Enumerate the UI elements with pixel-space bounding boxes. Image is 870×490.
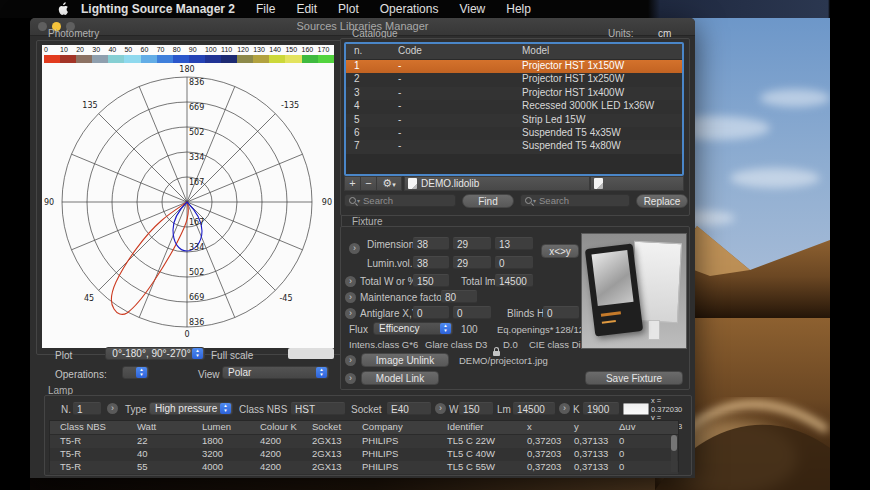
image-unlink-button[interactable]: Image Unlink bbox=[361, 353, 449, 367]
lamp-socket-field[interactable]: E40 bbox=[387, 402, 431, 415]
model-link-button[interactable]: Model Link bbox=[361, 371, 439, 385]
scale-swatch bbox=[237, 55, 253, 63]
menu-plot[interactable]: Plot bbox=[338, 2, 359, 16]
model-expand-button[interactable]: › bbox=[345, 373, 356, 384]
lamp-n-expand-button[interactable]: › bbox=[107, 403, 118, 414]
replace-search-input[interactable]: ▾ Search bbox=[520, 194, 630, 207]
document-icon bbox=[408, 178, 417, 189]
add-source-button[interactable]: + bbox=[344, 176, 361, 191]
flux-select[interactable]: Efficency ▲▼ bbox=[373, 322, 453, 335]
svg-text:167: 167 bbox=[189, 178, 204, 187]
lamp-table-header[interactable]: Class NBSWatt LumenColour K SocketCompan… bbox=[50, 421, 678, 435]
antiglare-x-field[interactable]: 0 bbox=[413, 306, 449, 319]
swap-xy-button[interactable]: x<>y bbox=[541, 244, 579, 258]
lumin-z-field[interactable]: 0 bbox=[495, 256, 533, 269]
lumin-y-field[interactable]: 29 bbox=[453, 256, 491, 269]
scale-swatch bbox=[253, 55, 269, 63]
lamp-class-nbs-field[interactable]: HST bbox=[291, 402, 345, 415]
photometry-panel: 0102030405060708090100110120130140150160… bbox=[36, 40, 342, 355]
chevron-updown-icon: ▲▼ bbox=[192, 348, 203, 359]
scrollbar-thumb[interactable] bbox=[671, 435, 677, 451]
catalogue-table[interactable]: n. Code Model 1-Projector HST 1x150W 2-P… bbox=[344, 42, 684, 176]
chevron-updown-icon: ▲▼ bbox=[136, 367, 147, 378]
menu-view[interactable]: View bbox=[459, 2, 485, 16]
dim-x-field[interactable]: 38 bbox=[413, 237, 449, 250]
polar-radial-labels: 836 669 502 334 167 167 334 502 669 836 bbox=[189, 78, 204, 327]
svg-text:334: 334 bbox=[189, 153, 204, 162]
total-w-field[interactable]: 150 bbox=[413, 274, 449, 287]
antiglare-expand-button[interactable]: › bbox=[345, 308, 356, 319]
dim-z-field[interactable]: 13 bbox=[495, 237, 533, 250]
lamp-k-label: K bbox=[573, 404, 580, 415]
table-row[interactable]: T5-R55 40004200 2GX13PHILIPS TL5 C 55W0,… bbox=[50, 461, 678, 474]
intens-class-text: Intens.class G*6 bbox=[349, 339, 418, 350]
antiglare-y-field[interactable]: 0 bbox=[453, 306, 491, 319]
save-fixture-button[interactable]: Save Fixture bbox=[585, 371, 683, 385]
lumin-x-field[interactable]: 38 bbox=[413, 256, 449, 269]
search-scope-caret: ▾ bbox=[357, 197, 360, 204]
maintenance-field[interactable]: 80 bbox=[441, 290, 477, 303]
table-row[interactable]: 3-Projector HST 1x400W bbox=[346, 87, 682, 100]
lamp-class-nbs-label: Class NBS bbox=[239, 404, 287, 415]
menu-file[interactable]: File bbox=[256, 2, 275, 16]
full-scale-field[interactable] bbox=[288, 348, 334, 359]
scale-tick: 150 bbox=[285, 46, 301, 55]
table-row[interactable]: 2-Projector HST 1x250W bbox=[346, 73, 682, 86]
menu-app-name[interactable]: Lighting Source Manager 2 bbox=[81, 2, 235, 16]
search-input[interactable]: ▾ Search bbox=[344, 194, 456, 207]
menu-operations[interactable]: Operations bbox=[380, 2, 439, 16]
flux-value: 100 bbox=[461, 324, 478, 335]
polar-diagram: 180 0 90 90 135 -135 45 -45 836 669 502 … bbox=[42, 63, 334, 348]
scale-swatch bbox=[108, 55, 124, 63]
lamp-w-label: W bbox=[449, 404, 458, 415]
scale-swatch bbox=[318, 55, 334, 63]
lamp-table[interactable]: Class NBSWatt LumenColour K SocketCompan… bbox=[49, 420, 679, 472]
dim-y-field[interactable]: 29 bbox=[453, 237, 491, 250]
menu-help[interactable]: Help bbox=[506, 2, 531, 16]
lamp-w-field[interactable]: 150 bbox=[459, 402, 493, 415]
library-file-tab[interactable]: DEMO.lidolib bbox=[404, 176, 590, 191]
table-row[interactable]: T5-R22 18004200 2GX13PHILIPS TL5 C 22W0,… bbox=[50, 435, 678, 448]
table-row[interactable]: 5-Strip Led 15W bbox=[346, 114, 682, 127]
catalogue-table-header[interactable]: n. Code Model bbox=[346, 44, 682, 60]
photometry-plot-area: 0102030405060708090100110120130140150160… bbox=[42, 45, 334, 348]
lamp-lm-field[interactable]: 14500 bbox=[513, 402, 555, 415]
find-button[interactable]: Find bbox=[462, 194, 514, 208]
menu-edit[interactable]: Edit bbox=[296, 2, 317, 16]
table-row[interactable]: 7-Suspended T5 4x80W bbox=[346, 140, 682, 153]
image-path-text: DEMO/projector1.jpg bbox=[459, 355, 548, 366]
plot-select[interactable]: 0°-180°, 90°-270° ▲▼ bbox=[105, 347, 205, 360]
lamp-k-field[interactable]: 1900 bbox=[583, 402, 619, 415]
remove-source-button[interactable]: − bbox=[360, 176, 377, 191]
blinds-field[interactable]: 0 bbox=[543, 306, 579, 319]
scale-swatch bbox=[76, 55, 92, 63]
table-row[interactable]: 6-Suspended T5 4x35W bbox=[346, 127, 682, 140]
lamp-k-expand-button[interactable]: › bbox=[559, 403, 570, 414]
lamp-type-select[interactable]: High pressure So... ▲▼ bbox=[149, 402, 233, 415]
lamp-w-expand-button[interactable]: › bbox=[435, 403, 446, 414]
maintenance-expand-button[interactable]: › bbox=[345, 292, 356, 303]
blinds-label: Blinds H. bbox=[507, 308, 547, 319]
total-w-expand-button[interactable]: › bbox=[345, 276, 356, 287]
table-row[interactable]: 1-Projector HST 1x150W bbox=[346, 60, 682, 73]
table-row[interactable]: 4-Recessed 3000K LED 1x36W bbox=[346, 100, 682, 113]
photometry-label: Photometry bbox=[48, 28, 99, 39]
plot-label: Plot bbox=[55, 350, 72, 361]
lamp-n-field[interactable]: 1 bbox=[73, 402, 101, 415]
apple-icon[interactable] bbox=[58, 2, 69, 16]
flux-label: Flux bbox=[349, 324, 368, 335]
fixture-photo bbox=[581, 233, 687, 349]
actions-gear-button[interactable]: ⚙▾ bbox=[376, 176, 402, 191]
view-select[interactable]: Polar ▲▼ bbox=[222, 366, 329, 379]
scrollbar[interactable] bbox=[671, 435, 677, 472]
table-row[interactable]: T5-R40 32004200 2GX13PHILIPS TL5 C 40W0,… bbox=[50, 448, 678, 461]
replace-button[interactable]: Replace bbox=[636, 194, 688, 208]
library-file-tab-empty[interactable] bbox=[590, 176, 684, 191]
lamp-type-label: Type bbox=[125, 404, 147, 415]
image-expand-button[interactable]: › bbox=[345, 355, 356, 366]
total-lm-field[interactable]: 14500 bbox=[495, 274, 533, 287]
scale-tick: 120 bbox=[237, 46, 253, 55]
scale-tick: 160 bbox=[302, 46, 318, 55]
dimensions-expand-button[interactable]: › bbox=[349, 243, 360, 254]
operations-select[interactable]: ▲▼ bbox=[122, 366, 149, 379]
